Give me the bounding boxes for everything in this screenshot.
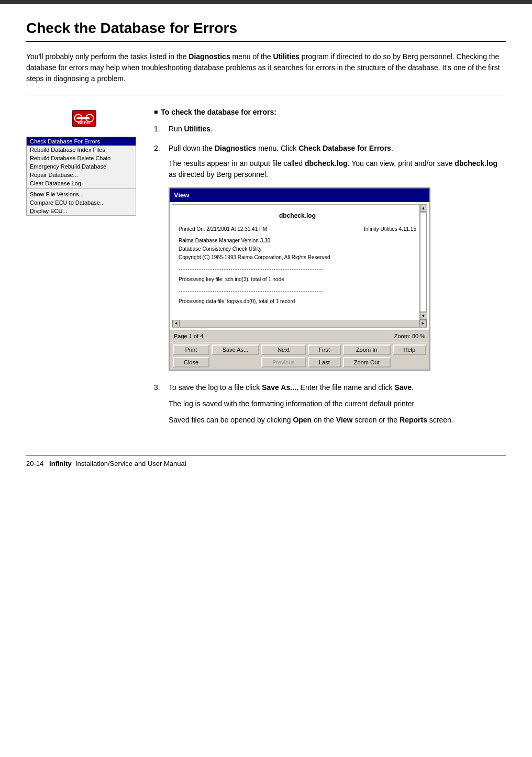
close-button[interactable]: Close bbox=[173, 357, 209, 368]
view-inner: dbcheck.log Printed On: 2/21/2001 At 12:… bbox=[172, 204, 427, 328]
scroll-up-arrow[interactable]: ▲ bbox=[420, 205, 427, 212]
menu-item-2: Rebuild Database Delete Chain bbox=[27, 154, 136, 162]
scroll-down-arrow[interactable]: ▼ bbox=[420, 313, 427, 320]
menu-separator bbox=[27, 188, 136, 189]
right-column: To check the database for errors: 1. Run… bbox=[154, 108, 506, 434]
view-process-line-1: Processing key file: sch.ind(3), total o… bbox=[179, 275, 416, 284]
page-title: Check the Database for Errors bbox=[26, 20, 506, 42]
save-as-button[interactable]: Save As... bbox=[212, 344, 259, 355]
menu-item-3: Emergency Rebuild Database bbox=[27, 162, 136, 171]
view-scrollbar[interactable]: ▲ ▼ bbox=[419, 205, 427, 320]
berg-logo: BERG bbox=[26, 108, 141, 131]
section-divider bbox=[26, 95, 506, 95]
info-line-2: Database Consistency Check Utility bbox=[179, 245, 416, 253]
step-2-body: Pull down the Diagnostics menu. Click Ch… bbox=[169, 143, 506, 374]
menu-screenshot: Check Database For Errors Rebuild Databa… bbox=[26, 137, 136, 216]
page-content: Check the Database for Errors You'll pro… bbox=[0, 4, 532, 483]
info-line-3: Copyright (C) 1985-1993 Raima Corporatio… bbox=[179, 253, 416, 262]
menu-item-1: Rebuild Database Index Files bbox=[27, 146, 136, 154]
info-line-1: Raima Database Manager Version 3.30 bbox=[179, 237, 416, 245]
step-3: 3. To save the log to a file click Save … bbox=[154, 382, 506, 426]
menu-item-8: Display ECU... bbox=[27, 207, 136, 215]
top-bar bbox=[0, 0, 532, 4]
step-3-body: To save the log to a file click Save As.… bbox=[169, 382, 506, 426]
menu-selected-item: Check Database For Errors bbox=[27, 137, 136, 146]
step-heading: To check the database for errors: bbox=[154, 108, 506, 116]
footer-text: 20-14 Infinity Installation/Service and … bbox=[26, 460, 186, 467]
view-status-bar: Page 1 of 4 Zoom: 80 % bbox=[170, 330, 429, 342]
view-page-status: Page 1 of 4 bbox=[174, 332, 203, 341]
footer-page-ref: 20-14 bbox=[26, 460, 43, 467]
step-1-num: 1. bbox=[154, 124, 163, 135]
view-metadata: Printed On: 2/21/2001 At 12:31:41 PM Inf… bbox=[179, 225, 416, 233]
step-1: 1. Run Utilities. bbox=[154, 124, 506, 135]
step-2-num: 2. bbox=[154, 143, 163, 374]
view-buttons: Print Save As... Next First Zoom In Help… bbox=[170, 342, 429, 370]
menu-item-7: Compare ECU to Database... bbox=[27, 198, 136, 207]
scroll-left-arrow[interactable]: ◄ bbox=[172, 320, 180, 327]
zoom-out-button[interactable]: Zoom Out bbox=[343, 357, 391, 368]
berg-logo-svg: BERG bbox=[70, 108, 98, 131]
view-window: View dbcheck.log Printed On: 2/21/2001 A… bbox=[169, 187, 430, 371]
previous-button[interactable]: Previous bbox=[261, 357, 306, 368]
menu-item-5: Clear Database Log bbox=[27, 179, 136, 187]
view-metadata-right: Infinity Utilities 4.11.15 bbox=[364, 225, 416, 233]
print-button[interactable]: Print bbox=[173, 344, 209, 355]
hscroll-track bbox=[180, 320, 419, 327]
view-metadata-left: Printed On: 2/21/2001 At 12:31:41 PM bbox=[179, 225, 267, 233]
page-footer: 20-14 Infinity Installation/Service and … bbox=[26, 455, 506, 467]
view-file-title: dbcheck.log bbox=[179, 211, 416, 221]
next-button[interactable]: Next bbox=[261, 344, 306, 355]
footer-brand: Infinity bbox=[49, 460, 72, 467]
step-3-num: 3. bbox=[154, 382, 163, 426]
footer-manual-title: Installation/Service and User Manual bbox=[75, 460, 186, 467]
main-section: BERG Check Database For Errors Rebuild D… bbox=[26, 108, 506, 434]
intro-paragraph: You'll probably only perform the tasks l… bbox=[26, 51, 506, 84]
view-divider-dots-1: ----------------------------------------… bbox=[179, 265, 416, 273]
steps-list: 1. Run Utilities. 2. Pull down the Diagn… bbox=[154, 124, 506, 426]
view-hscroll[interactable]: ◄ ► bbox=[172, 320, 427, 327]
zoom-in-button[interactable]: Zoom In bbox=[343, 344, 391, 355]
view-scroll-area: dbcheck.log Printed On: 2/21/2001 At 12:… bbox=[172, 205, 427, 320]
view-zoom-status: Zoom: 80 % bbox=[394, 332, 425, 341]
menu-item-4: Repair Database... bbox=[27, 171, 136, 179]
svg-rect-2 bbox=[76, 117, 90, 119]
first-button[interactable]: First bbox=[308, 344, 341, 355]
last-button[interactable]: Last bbox=[308, 357, 341, 368]
scroll-right-arrow[interactable]: ► bbox=[419, 320, 427, 327]
view-process-line-2: Processing data file: logsys.db(0), tota… bbox=[179, 297, 416, 306]
view-title-bar: View bbox=[170, 188, 429, 202]
svg-text:BERG: BERG bbox=[77, 120, 90, 125]
step-2: 2. Pull down the Diagnostics menu. Click… bbox=[154, 143, 506, 374]
menu-item-6: Show File Versions... bbox=[27, 190, 136, 198]
view-info-block: Raima Database Manager Version 3.30 Data… bbox=[179, 237, 416, 262]
help-button[interactable]: Help bbox=[393, 344, 426, 355]
step-1-body: Run Utilities. bbox=[169, 124, 506, 135]
view-divider-dots-2: ----------------------------------------… bbox=[179, 287, 416, 295]
left-column: BERG Check Database For Errors Rebuild D… bbox=[26, 108, 141, 216]
